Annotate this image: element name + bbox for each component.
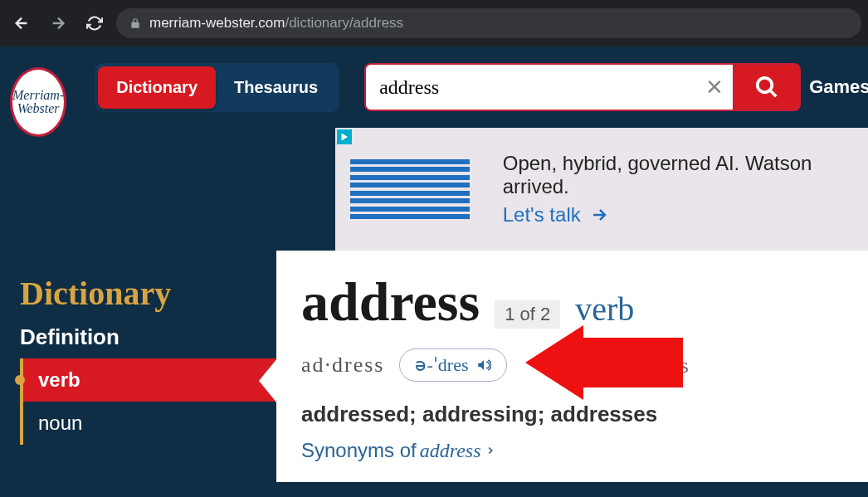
tab-thesaurus[interactable]: Thesaurus — [216, 66, 336, 109]
close-icon: ✕ — [705, 75, 724, 100]
url-text: merriam-webster.com/dictionary/address — [149, 15, 403, 32]
ad-row: Open, hybrid, governed AI. Watson arrive… — [0, 128, 868, 251]
entry-counter: 1 of 2 — [495, 300, 560, 329]
lock-icon — [129, 17, 141, 29]
site-logo[interactable]: Merriam- Webster — [10, 67, 66, 137]
adchoices-icon[interactable] — [337, 129, 352, 144]
sidebar-subtitle: Definition — [20, 324, 276, 350]
back-button[interactable] — [7, 8, 37, 38]
clear-search-button[interactable]: ✕ — [696, 63, 733, 111]
audio-pronunciation-button[interactable]: ə-ˈdres — [399, 348, 507, 382]
inflected-forms: addressed; addressing; addresses — [301, 402, 843, 427]
syllables: ad·dress — [301, 353, 384, 378]
pronunciation-alt: a-ˌdres — [630, 353, 689, 378]
chevron-right-icon — [485, 445, 496, 456]
search-icon — [754, 75, 779, 100]
ibm-logo — [350, 159, 470, 219]
banner-ad[interactable]: Open, hybrid, governed AI. Watson arrive… — [335, 128, 868, 251]
sidebar-item-noun[interactable]: noun — [23, 402, 276, 445]
ad-headline: Open, hybrid, governed AI. Watson arrive… — [503, 152, 868, 198]
mode-toggle: Dictionary Thesaurus — [95, 63, 339, 112]
browser-toolbar: merriam-webster.com/dictionary/address — [0, 0, 868, 46]
sidebar: Dictionary Definition verb noun — [0, 251, 276, 482]
tab-dictionary[interactable]: Dictionary — [98, 66, 216, 109]
sidebar-title: Dictionary — [20, 274, 276, 313]
svg-point-0 — [758, 78, 773, 93]
entry-panel: address 1 of 2 verb ad·dress ə-ˈdres a-ˌ… — [276, 251, 868, 482]
address-bar[interactable]: merriam-webster.com/dictionary/address — [116, 8, 861, 38]
sidebar-item-verb[interactable]: verb — [23, 358, 276, 402]
main-content: Dictionary Definition verb noun address … — [0, 251, 868, 482]
search-form: ✕ — [364, 63, 801, 111]
headword: address — [301, 270, 480, 334]
headword-row: address 1 of 2 verb — [301, 270, 843, 334]
reload-button[interactable] — [80, 8, 110, 38]
arrow-right-icon — [589, 205, 609, 225]
site-header: Merriam- Webster Dictionary Thesaurus ✕ … — [0, 46, 868, 128]
pronunciation-row: ad·dress ə-ˈdres a-ˌdres — [301, 348, 843, 382]
nav-games[interactable]: Games & — [809, 76, 868, 98]
synonyms-link[interactable]: Synonyms of address — [301, 439, 843, 462]
speaker-icon — [476, 358, 491, 373]
ad-copy: Open, hybrid, governed AI. Watson arrive… — [503, 152, 868, 227]
forward-button[interactable] — [43, 8, 73, 38]
search-button[interactable] — [733, 63, 801, 111]
pos-nav: verb noun — [20, 358, 276, 445]
part-of-speech[interactable]: verb — [575, 290, 634, 329]
search-input[interactable] — [364, 63, 696, 111]
ad-cta-link[interactable]: Let's talk — [503, 203, 868, 227]
